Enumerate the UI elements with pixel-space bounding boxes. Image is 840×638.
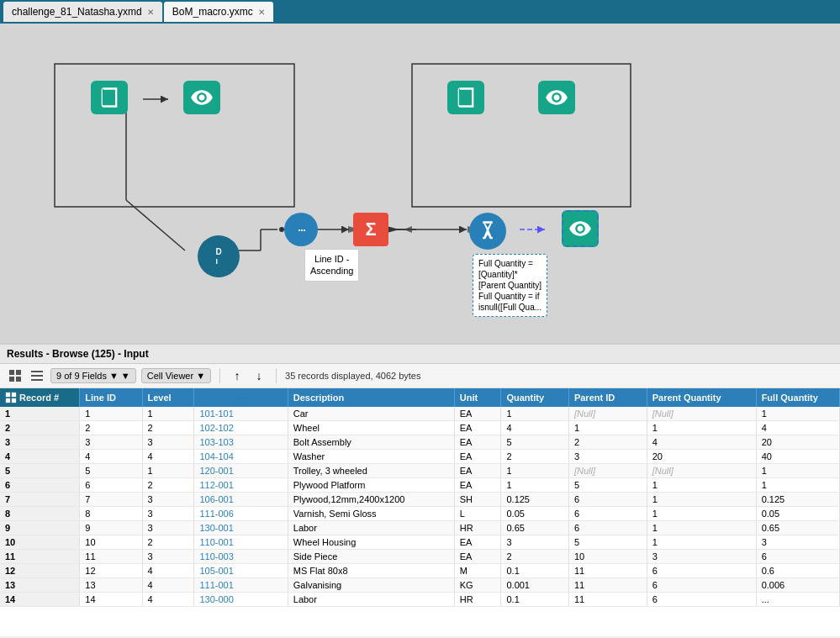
svg-rect-1 — [412, 64, 631, 207]
node-sort-circle[interactable]: DI — [198, 235, 240, 277]
cell-lineid: 6 — [80, 478, 142, 493]
tab-challenge-close[interactable]: ✕ — [147, 8, 154, 17]
cell-parentqty: 4 — [647, 435, 756, 450]
tab-bom[interactable]: BoM_macro.yxmc ✕ — [164, 2, 273, 22]
cell-lineid: 12 — [80, 564, 142, 578]
node-summarize[interactable]: Σ — [353, 213, 388, 246]
cell-viewer-dropdown[interactable]: Cell Viewer ▼ — [141, 368, 211, 383]
col-header-lineid: Line ID — [80, 388, 142, 407]
svg-rect-31 — [12, 398, 16, 403]
label-sort-text: Line ID -Ascending — [310, 254, 353, 276]
node-append[interactable]: ··· — [284, 213, 318, 246]
cell-qty: 1 — [501, 407, 568, 421]
fields-dropdown[interactable]: 9 of 9 Fields ▼ ▼ — [50, 368, 136, 383]
cell-level: 3 — [142, 493, 194, 507]
cell-parentqty: 6 — [647, 564, 756, 578]
svg-line-4 — [126, 200, 185, 250]
cell-partnum: 101-101 — [194, 407, 288, 421]
cell-level: 3 — [142, 507, 194, 521]
cell-qty: 5 — [501, 435, 568, 450]
cell-unit: KG — [454, 578, 501, 593]
cell-fullqty: ... — [756, 593, 839, 607]
node-browse-1[interactable] — [183, 81, 220, 114]
table-row: 5 5 1 120-001 Trolley, 3 wheeled EA 1 [N… — [0, 464, 840, 478]
cell-desc: Side Piece — [288, 550, 454, 564]
cell-record: 3 — [0, 435, 80, 450]
cell-unit: HR — [454, 593, 501, 607]
cell-fullqty: 0.65 — [756, 521, 839, 535]
cell-lineid: 7 — [80, 493, 142, 507]
grid-icon[interactable] — [7, 367, 24, 384]
chevron-down-icon: ▼ — [109, 371, 119, 381]
cell-parentid: 11 — [568, 593, 647, 607]
chevron-down-icon2: ▼ — [121, 371, 130, 381]
cell-partnum: 111-001 — [194, 578, 288, 593]
node-browse-output[interactable] — [562, 210, 599, 247]
table-row: 9 9 3 130-001 Labor HR 0.65 6 1 0.65 — [0, 521, 840, 535]
svg-marker-14 — [404, 226, 412, 233]
up-arrow-icon[interactable]: ↑ — [229, 367, 246, 384]
cell-unit: EA — [454, 550, 501, 564]
cell-level: 1 — [142, 464, 194, 478]
table-row: 12 12 4 105-001 MS Flat 80x8 M 0.1 11 6 … — [0, 564, 840, 578]
svg-rect-22 — [16, 370, 21, 375]
cell-qty: 0.65 — [501, 521, 568, 535]
cell-partnum: 130-000 — [194, 593, 288, 607]
tab-challenge[interactable]: challenge_81_Natasha.yxmd ✕ — [3, 2, 162, 22]
cell-unit: EA — [454, 407, 501, 421]
cell-fullqty: 0.6 — [756, 564, 839, 578]
table-row: 10 10 2 110-001 Wheel Housing EA 3 5 1 3 — [0, 535, 840, 550]
node-formula[interactable] — [469, 213, 506, 250]
cell-desc: Varnish, Semi Gloss — [288, 507, 454, 521]
node-book-1[interactable] — [91, 81, 128, 114]
table-row: 11 11 3 110-003 Side Piece EA 2 10 3 6 — [0, 550, 840, 564]
cell-qty: 0.125 — [501, 493, 568, 507]
cell-unit: EA — [454, 450, 501, 464]
tab-bom-close[interactable]: ✕ — [258, 8, 265, 17]
cell-partnum: 103-103 — [194, 435, 288, 450]
canvas-area[interactable]: DI ··· Σ Line ID -Ascending Full Quantit… — [0, 24, 840, 343]
list-icon[interactable] — [29, 367, 45, 384]
table-row: 6 6 2 112-001 Plywood Platform EA 1 5 1 … — [0, 478, 840, 493]
data-table-container[interactable]: Record # Line ID Level Part Number Descr… — [0, 388, 840, 636]
cell-record: 2 — [0, 421, 80, 435]
table-row: 8 8 3 111-006 Varnish, Semi Gloss L 0.05… — [0, 507, 840, 521]
cell-parentid: 6 — [568, 493, 647, 507]
cell-record: 6 — [0, 478, 80, 493]
table-body: 1 1 1 101-101 Car EA 1 [Null] [Null] 1 2… — [0, 407, 840, 607]
tab-bar: challenge_81_Natasha.yxmd ✕ BoM_macro.yx… — [0, 0, 840, 24]
cell-level: 4 — [142, 564, 194, 578]
cell-fullqty: 0.05 — [756, 507, 839, 521]
cell-desc: Car — [288, 407, 454, 421]
table-row: 3 3 3 103-103 Bolt Assembly EA 5 2 4 20 — [0, 435, 840, 450]
svg-rect-30 — [6, 398, 10, 403]
cell-parentid: 5 — [568, 478, 647, 493]
cell-record: 13 — [0, 578, 80, 593]
cell-parentqty: [Null] — [647, 407, 756, 421]
cell-desc: MS Flat 80x8 — [288, 564, 454, 578]
cell-qty: 1 — [501, 478, 568, 493]
cell-lineid: 13 — [80, 578, 142, 593]
label-formula-text: Full Quantity =[Quantity]*[Parent Quanti… — [478, 259, 542, 312]
cell-parentqty: 6 — [647, 593, 756, 607]
cell-lineid: 14 — [80, 593, 142, 607]
down-arrow-icon[interactable]: ↓ — [251, 367, 267, 384]
cell-partnum: 102-102 — [194, 421, 288, 435]
cell-desc: Trolley, 3 wheeled — [288, 464, 454, 478]
cell-parentqty: 6 — [647, 578, 756, 593]
svg-rect-25 — [31, 371, 43, 372]
node-book-2[interactable] — [447, 81, 484, 114]
table-row: 13 13 4 111-001 Galvanising KG 0.001 11 … — [0, 578, 840, 593]
cell-desc: Wheel Housing — [288, 535, 454, 550]
node-browse-2[interactable] — [538, 81, 575, 114]
cell-record: 8 — [0, 507, 80, 521]
cell-lineid: 11 — [80, 550, 142, 564]
cell-fullqty: 6 — [756, 550, 839, 564]
svg-rect-26 — [31, 375, 43, 377]
results-toolbar: 9 of 9 Fields ▼ ▼ Cell Viewer ▼ ↑ ↓ 35 r… — [0, 364, 840, 388]
cell-level: 4 — [142, 450, 194, 464]
cell-desc: Labor — [288, 521, 454, 535]
cell-partnum: 110-003 — [194, 550, 288, 564]
cell-record: 11 — [0, 550, 80, 564]
canvas-connections — [0, 24, 840, 343]
